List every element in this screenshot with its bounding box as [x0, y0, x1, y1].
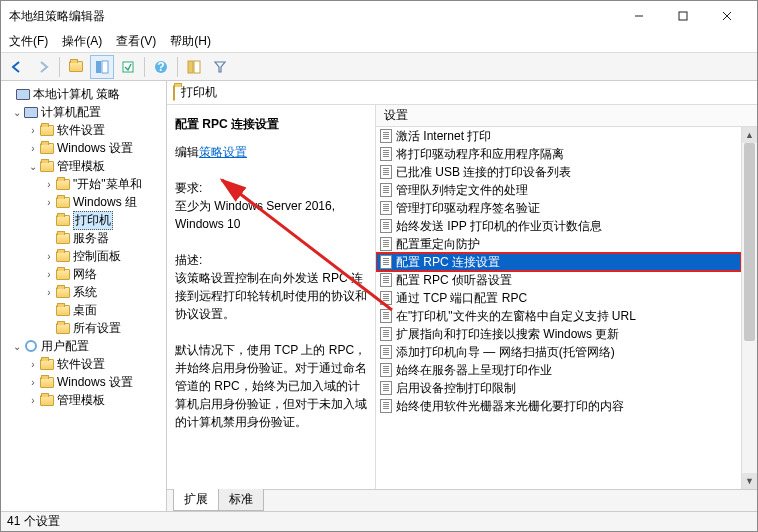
policy-item-icon	[380, 183, 392, 197]
tree-start-menu[interactable]: ›"开始"菜单和	[1, 175, 166, 193]
list-item[interactable]: 激活 Internet 打印	[376, 127, 741, 145]
settings-list-pane: 设置 激活 Internet 打印将打印驱动程序和应用程序隔离已批准 USB 连…	[375, 105, 757, 489]
tree-computer-config[interactable]: ⌄计算机配置	[1, 103, 166, 121]
tree-user-admin-templates[interactable]: ›管理模板	[1, 391, 166, 409]
menu-file[interactable]: 文件(F)	[9, 33, 48, 50]
list-item-label: 始终发送 IPP 打印机的作业页计数信息	[396, 218, 602, 235]
folder-icon	[40, 359, 54, 370]
policy-item-icon	[380, 345, 392, 359]
list-item[interactable]: 在"打印机"文件夹的左窗格中自定义支持 URL	[376, 307, 741, 325]
tabs: 扩展 标准	[167, 489, 757, 511]
folder-icon	[56, 233, 70, 244]
tree-all-settings[interactable]: 所有设置	[1, 319, 166, 337]
policy-item-icon	[380, 291, 392, 305]
export-list-button[interactable]	[116, 55, 140, 79]
scroll-track[interactable]	[742, 143, 757, 473]
policy-item-icon	[380, 363, 392, 377]
tree-windows-settings[interactable]: ›Windows 设置	[1, 139, 166, 157]
scroll-thumb[interactable]	[744, 143, 755, 341]
tree-network[interactable]: ›网络	[1, 265, 166, 283]
menubar: 文件(F) 操作(A) 查看(V) 帮助(H)	[1, 31, 757, 53]
list-item[interactable]: 已批准 USB 连接的打印设备列表	[376, 163, 741, 181]
status-text: 41 个设置	[7, 513, 60, 530]
policy-item-icon	[380, 273, 392, 287]
filter-button[interactable]	[208, 55, 232, 79]
folder-icon	[56, 323, 70, 334]
list-item-label: 添加打印机向导 — 网络扫描页(托管网络)	[396, 344, 615, 361]
menu-help[interactable]: 帮助(H)	[170, 33, 211, 50]
list-header[interactable]: 设置	[376, 105, 757, 127]
list-item-label: 已批准 USB 连接的打印设备列表	[396, 164, 571, 181]
list-item[interactable]: 启用设备控制打印限制	[376, 379, 741, 397]
tree-printers[interactable]: 打印机	[1, 211, 166, 229]
requirements-label: 要求:	[175, 179, 367, 197]
edit-policy-link[interactable]: 策略设置	[199, 145, 247, 159]
edit-policy-line: 编辑策略设置	[175, 143, 367, 161]
list-item-label: 管理队列特定文件的处理	[396, 182, 528, 199]
list-item[interactable]: 管理打印驱动程序签名验证	[376, 199, 741, 217]
tree-admin-templates[interactable]: ⌄管理模板	[1, 157, 166, 175]
list-item[interactable]: 配置重定向防护	[376, 235, 741, 253]
settings-list[interactable]: 激活 Internet 打印将打印驱动程序和应用程序隔离已批准 USB 连接的打…	[376, 127, 741, 489]
list-item[interactable]: 添加打印机向导 — 网络扫描页(托管网络)	[376, 343, 741, 361]
tree-control-panel[interactable]: ›控制面板	[1, 247, 166, 265]
tree-software[interactable]: ›软件设置	[1, 121, 166, 139]
policy-item-icon	[380, 201, 392, 215]
policy-item-icon	[380, 255, 392, 269]
scroll-down-button[interactable]: ▼	[742, 473, 757, 489]
list-item[interactable]: 管理队列特定文件的处理	[376, 181, 741, 199]
svg-rect-1	[679, 12, 687, 20]
list-item[interactable]: 配置 RPC 连接设置	[376, 253, 741, 271]
forward-button[interactable]	[31, 55, 55, 79]
toolbar: ?	[1, 53, 757, 81]
folder-icon	[56, 251, 70, 262]
tree-server[interactable]: 服务器	[1, 229, 166, 247]
list-item[interactable]: 通过 TCP 端口配置 RPC	[376, 289, 741, 307]
menu-view[interactable]: 查看(V)	[116, 33, 156, 50]
tab-standard[interactable]: 标准	[218, 489, 264, 511]
vertical-scrollbar[interactable]: ▲ ▼	[741, 127, 757, 489]
folder-icon	[56, 305, 70, 316]
folder-icon	[173, 85, 175, 101]
show-hide-tree-button[interactable]	[90, 55, 114, 79]
menu-action[interactable]: 操作(A)	[62, 33, 102, 50]
list-item[interactable]: 始终在服务器上呈现打印作业	[376, 361, 741, 379]
close-button[interactable]	[705, 1, 749, 31]
tab-extended[interactable]: 扩展	[173, 489, 219, 511]
tree-user-windows[interactable]: ›Windows 设置	[1, 373, 166, 391]
tree-user-config[interactable]: ⌄用户配置	[1, 337, 166, 355]
policy-item-icon	[380, 399, 392, 413]
list-item-label: 在"打印机"文件夹的左窗格中自定义支持 URL	[396, 308, 636, 325]
tree-root[interactable]: 本地计算机 策略	[1, 85, 166, 103]
list-item[interactable]: 始终发送 IPP 打印机的作业页计数信息	[376, 217, 741, 235]
svg-text:?: ?	[157, 60, 164, 74]
requirements-text: 至少为 Windows Server 2016, Windows 10	[175, 197, 367, 233]
list-item-label: 将打印驱动程序和应用程序隔离	[396, 146, 564, 163]
tree-desktop[interactable]: 桌面	[1, 301, 166, 319]
minimize-button[interactable]	[617, 1, 661, 31]
path-header: 打印机	[167, 81, 757, 105]
tree-system[interactable]: ›系统	[1, 283, 166, 301]
back-button[interactable]	[5, 55, 29, 79]
description-para1: 该策略设置控制在向外发送 RPC 连接到远程打印轮转机时使用的协议和协议设置。	[175, 269, 367, 323]
folder-icon	[56, 179, 70, 190]
list-item-label: 配置 RPC 侦听器设置	[396, 272, 512, 289]
scroll-up-button[interactable]: ▲	[742, 127, 757, 143]
properties-button[interactable]	[182, 55, 206, 79]
help-button[interactable]: ?	[149, 55, 173, 79]
computer-icon	[24, 107, 38, 118]
folder-icon	[40, 143, 54, 154]
maximize-button[interactable]	[661, 1, 705, 31]
up-button[interactable]	[64, 55, 88, 79]
nav-tree[interactable]: 本地计算机 策略 ⌄计算机配置 ›软件设置 ›Windows 设置 ⌄管理模板 …	[1, 81, 167, 511]
tree-windows-components[interactable]: ›Windows 组	[1, 193, 166, 211]
toolbar-separator	[144, 57, 145, 77]
policy-item-icon	[380, 381, 392, 395]
list-item[interactable]: 扩展指向和打印连接以搜索 Windows 更新	[376, 325, 741, 343]
list-item[interactable]: 将打印驱动程序和应用程序隔离	[376, 145, 741, 163]
tree-user-software[interactable]: ›软件设置	[1, 355, 166, 373]
policy-item-icon	[380, 147, 392, 161]
list-item[interactable]: 配置 RPC 侦听器设置	[376, 271, 741, 289]
list-item-label: 扩展指向和打印连接以搜索 Windows 更新	[396, 326, 619, 343]
list-item[interactable]: 始终使用软件光栅器来光栅化要打印的内容	[376, 397, 741, 415]
